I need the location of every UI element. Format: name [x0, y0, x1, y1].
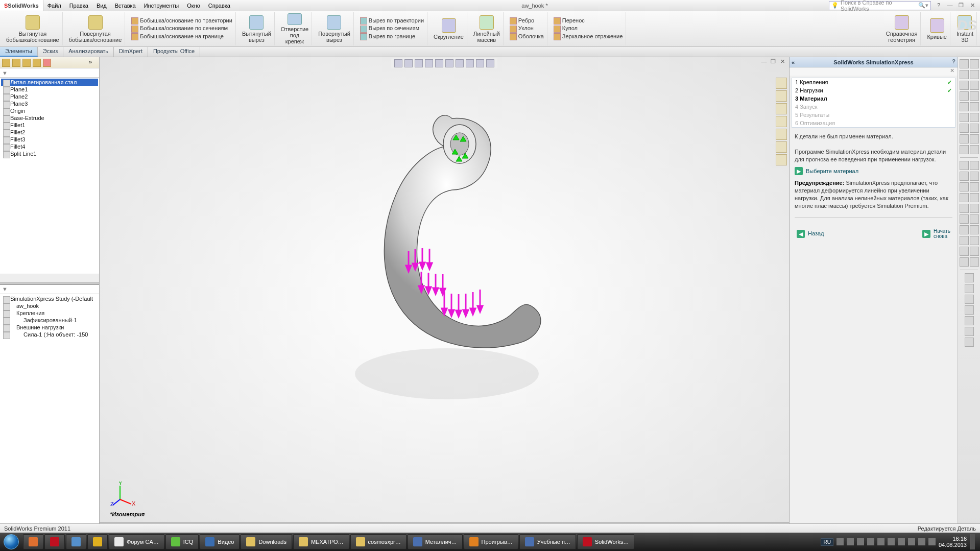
graphics-viewport[interactable]: — ❐ ✕	[100, 57, 789, 533]
menu-window[interactable]: Окно	[183, 0, 204, 11]
rt-icon[interactable]	[970, 214, 979, 224]
simtree-fixed[interactable]: Зафиксированный-1	[1, 317, 98, 324]
taskpane-properties-icon[interactable]	[776, 141, 787, 153]
edit-appearance-icon[interactable]	[466, 59, 474, 67]
taskpane-resources-icon[interactable]	[776, 78, 787, 89]
rt-icon[interactable]	[960, 182, 969, 191]
step-material[interactable]: 3 Материал	[792, 94, 955, 103]
cmd-rib[interactable]: Ребро	[510, 17, 544, 25]
rt-icon[interactable]	[970, 70, 979, 79]
cmd-reference-geometry[interactable]: Справочная геометрия	[883, 12, 921, 45]
cmd-revolved-cut[interactable]: Повернутый вырез	[315, 12, 354, 45]
cmd-lofted-boss[interactable]: Бобышка/основание по сечениям	[131, 25, 232, 32]
zoom-area-icon[interactable]	[404, 59, 413, 67]
fm-tab-display[interactable]	[43, 59, 51, 67]
rt-icon[interactable]	[970, 145, 979, 154]
tray-icon[interactable]	[867, 538, 874, 545]
rt-icon[interactable]	[970, 204, 979, 213]
rt-icon[interactable]	[970, 193, 979, 202]
menu-tools[interactable]: Инструменты	[140, 0, 183, 11]
tree-plane1[interactable]: Plane1	[1, 86, 98, 93]
rt-icon[interactable]	[970, 59, 979, 68]
fm-tab-configuration[interactable]	[22, 59, 31, 67]
cmd-swept-boss[interactable]: Бобышка/основание по траектории	[131, 17, 232, 25]
sim-tree-filter[interactable]: ▼	[0, 285, 99, 294]
sim-help-icon[interactable]: ?	[952, 58, 955, 64]
rt-icon[interactable]	[960, 204, 969, 213]
tray-icon[interactable]	[918, 538, 925, 545]
fm-expand-icon[interactable]: »	[89, 59, 97, 67]
taskbar-app-button[interactable]: Видео	[200, 534, 240, 549]
view-settings-icon[interactable]	[486, 59, 494, 67]
rt-icon[interactable]	[960, 124, 969, 133]
simtree-fixtures[interactable]: Крепления	[1, 309, 98, 317]
rt-icon[interactable]	[965, 338, 974, 347]
tray-icon[interactable]	[898, 538, 905, 545]
cmd-linear-pattern[interactable]: Линейный массив	[470, 12, 504, 45]
rt-icon[interactable]	[970, 91, 979, 101]
rt-icon[interactable]	[970, 182, 979, 191]
rt-icon[interactable]	[970, 257, 979, 267]
prev-view-icon[interactable]	[415, 59, 423, 67]
simtree-study[interactable]: SimulationXpress Study (-Default	[1, 295, 98, 302]
tree-fillet2[interactable]: Fillet2	[1, 129, 98, 136]
menu-help[interactable]: Справка	[204, 0, 234, 11]
close-button[interactable]: ✕	[968, 2, 977, 9]
taskpane-palette-icon[interactable]	[776, 116, 787, 127]
taskbar-app-button[interactable]: Форум CA…	[109, 534, 164, 549]
rt-icon[interactable]	[965, 273, 974, 282]
fm-tab-dimxpert[interactable]	[33, 59, 41, 67]
sim-collapse-icon[interactable]: «	[792, 59, 795, 65]
tree-material[interactable]: Литая легированная стал	[1, 79, 98, 86]
minimize-button[interactable]: —	[945, 2, 954, 9]
rt-icon[interactable]	[960, 161, 969, 170]
help-search-input[interactable]: 💡 Поиск в Справке по SolidWorks 🔍▾	[829, 1, 931, 10]
cmd-swept-cut[interactable]: Вырез по траектории	[360, 17, 424, 25]
rt-icon[interactable]	[960, 59, 969, 68]
taskbar-app-button[interactable]	[66, 534, 86, 549]
taskbar-app-button[interactable]	[23, 534, 43, 549]
rt-icon[interactable]	[960, 172, 969, 181]
tab-office[interactable]: Продукты Office	[148, 47, 200, 57]
taskbar-app-button[interactable]	[44, 534, 65, 549]
taskbar-app-button[interactable]: Проигрыв…	[464, 534, 518, 549]
cmd-revolved-boss[interactable]: Повернутая бобышка/основание	[66, 12, 126, 45]
cmd-extruded-boss[interactable]: Вытянутая бобышка/основание	[3, 12, 63, 45]
cmd-extruded-cut[interactable]: Вытянутый вырез	[239, 12, 275, 45]
rt-icon[interactable]	[970, 161, 979, 170]
tray-icon[interactable]	[847, 538, 854, 545]
taskbar-app-button[interactable]: Металлич…	[408, 534, 463, 549]
cmd-boundary-boss[interactable]: Бобышка/основание на границе	[131, 33, 232, 40]
taskbar-app-button[interactable]: ICQ	[165, 534, 199, 549]
fm-tab-property-manager[interactable]	[12, 59, 20, 67]
start-over-button[interactable]: ▶ Начать снова	[922, 229, 950, 239]
cmd-mirror[interactable]: Зеркальное отражение	[554, 33, 623, 40]
taskpane-library-icon[interactable]	[776, 90, 787, 102]
display-style-icon[interactable]	[445, 59, 453, 67]
simtree-force[interactable]: Сила-1 (:На объект: -150	[1, 331, 98, 338]
cmd-wrap[interactable]: Перенос	[554, 17, 623, 25]
taskbar-app-button[interactable]: Downloads	[241, 534, 292, 549]
taskpane-appearances-icon[interactable]	[776, 129, 787, 140]
step-fixtures[interactable]: 1 Крепления	[792, 78, 955, 86]
doc-restore-button[interactable]: ❐	[770, 58, 777, 65]
tree-origin[interactable]: Origin	[1, 107, 98, 114]
hide-show-icon[interactable]	[456, 59, 464, 67]
rt-icon[interactable]	[970, 236, 979, 245]
doc-minimize-button[interactable]: —	[760, 58, 768, 65]
start-button[interactable]	[0, 533, 22, 551]
tree-fillet4[interactable]: Fillet4	[1, 143, 98, 150]
language-indicator[interactable]: RU	[821, 538, 833, 546]
tray-icon[interactable]	[877, 538, 885, 545]
rt-icon[interactable]	[965, 316, 974, 325]
cmd-shell[interactable]: Оболочка	[510, 33, 544, 40]
taskbar-app-button[interactable]: МЕХАТРО…	[293, 534, 349, 549]
cmd-draft[interactable]: Уклон	[510, 25, 544, 32]
orientation-triad[interactable]: Y Z X	[110, 482, 135, 507]
taskbar-app-button[interactable]	[87, 534, 108, 549]
rt-icon[interactable]	[970, 102, 979, 111]
tab-dimxpert[interactable]: DimXpert	[114, 47, 148, 57]
simtree-loads[interactable]: Внешние нагрузки	[1, 324, 98, 331]
fm-tab-feature-tree[interactable]	[2, 59, 10, 67]
rt-icon[interactable]	[970, 172, 979, 181]
